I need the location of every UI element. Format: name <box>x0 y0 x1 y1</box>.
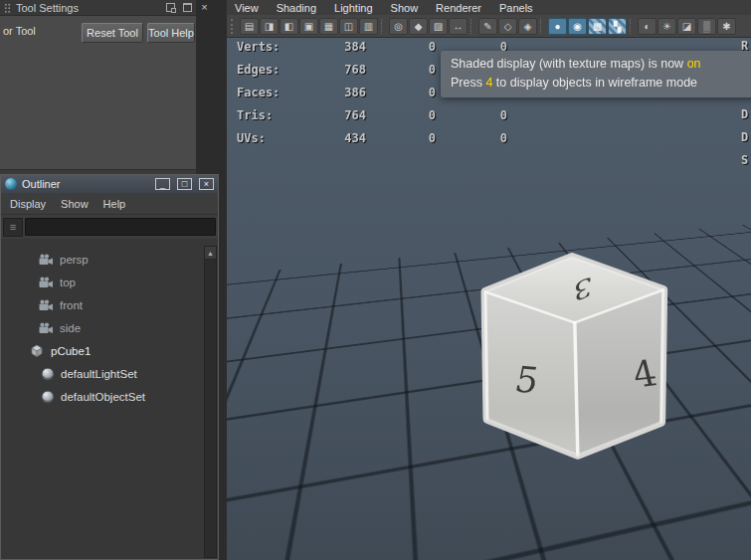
gate-mask-icon[interactable]: ▣ <box>299 18 318 35</box>
list-item-pcube1[interactable]: pCube1 <box>1 339 218 362</box>
hud-value: 0 <box>436 131 507 145</box>
viewport-menu-panels[interactable]: Panels <box>490 2 542 14</box>
viewport-panel: View Shading Lighting Show Renderer Pane… <box>227 0 751 560</box>
toolbar-separator <box>630 19 635 34</box>
smooth-shade-icon[interactable]: ● <box>548 18 567 35</box>
list-item-defaultlightset[interactable]: defaultLightSet <box>1 362 218 385</box>
safe-action-icon[interactable]: ◫ <box>339 18 358 35</box>
viewport-menubar: View Shading Lighting Show Renderer Pane… <box>227 0 751 15</box>
field-chart-icon[interactable]: ▦ <box>319 18 338 35</box>
minimize-icon[interactable]: _ <box>155 178 170 190</box>
wireframe-icon[interactable]: ◇ <box>498 18 517 35</box>
hud-value: 768 <box>300 63 366 77</box>
outliner-list: persp top front side pCube1 defaultLight… <box>1 239 218 408</box>
outliner-window: Outliner _ □ × Display Show Help ≡ persp… <box>0 174 219 560</box>
outliner-titlebar[interactable]: Outliner _ □ × <box>1 175 218 193</box>
outliner-menu-help[interactable]: Help <box>103 198 126 210</box>
set-icon <box>41 390 55 404</box>
cube-edge-highlight <box>661 290 663 423</box>
outliner-scrollbar[interactable]: ▲ <box>204 246 217 558</box>
toolbar-separator <box>540 19 545 34</box>
list-item-top[interactable]: top <box>1 271 218 293</box>
filter-icon[interactable]: ≡ <box>3 218 23 237</box>
hud-value: 0 <box>436 108 507 122</box>
viewport-menu-renderer[interactable]: Renderer <box>427 2 490 14</box>
mesh-icon <box>29 343 45 358</box>
viewport-menu-shading[interactable]: Shading <box>268 2 325 14</box>
pan-zoom-icon[interactable]: ↔ <box>449 18 468 35</box>
close-icon[interactable]: × <box>199 178 214 190</box>
search-input[interactable] <box>25 218 216 236</box>
list-item-defaultobjectset[interactable]: defaultObjectSet <box>1 385 218 408</box>
hud-label: Faces: <box>237 86 300 99</box>
viewport-menu-view[interactable]: View <box>235 2 268 14</box>
xray-icon[interactable]: ▒ <box>697 18 716 35</box>
undock-panel-icon-inner <box>171 8 176 13</box>
grease-pencil-icon[interactable]: ✎ <box>478 18 497 35</box>
close-panel-icon[interactable]: × <box>198 1 211 14</box>
undock-panel-icon[interactable] <box>166 3 175 12</box>
tool-settings-title: Tool Settings <box>16 2 158 14</box>
film-gate-icon[interactable]: ◨ <box>260 18 279 35</box>
viewport-menu-lighting[interactable]: Lighting <box>325 2 382 14</box>
hud-right-fragment: D <box>741 107 748 121</box>
tool-name-label: or Tool <box>3 25 36 37</box>
resolution-gate-icon[interactable]: ◧ <box>280 18 298 35</box>
outliner-title: Outliner <box>22 178 148 190</box>
set-icon <box>41 367 55 381</box>
list-item-label: pCube1 <box>51 345 91 357</box>
list-item-front[interactable]: front <box>1 293 218 316</box>
clapperboard-icon[interactable]: ▤ <box>240 18 259 35</box>
toolbar-separator <box>470 19 475 34</box>
tool-settings-body: or Tool Reset Tool Tool Help <box>0 16 196 50</box>
camera-icon <box>38 254 54 266</box>
safe-title-icon[interactable]: ▥ <box>359 18 378 35</box>
toolbar-separator <box>381 19 386 34</box>
viewport-toolbar: ▤ ◨ ◧ ▣ ▦ ◫ ▥ ◎ ◆ ▨ ↔ ✎ ◇ ◈ ● ◉ ▩ ▚ ◐ ☀ … <box>227 15 751 38</box>
viewport-menu-show[interactable]: Show <box>382 2 428 14</box>
default-material-icon[interactable]: ◉ <box>568 18 587 35</box>
tool-settings-panel: Tool Settings or Tool Reset Tool Tool He… <box>0 0 196 170</box>
outliner-search-row: ≡ <box>1 215 218 239</box>
outliner-menu-show[interactable]: Show <box>61 198 89 210</box>
flat-shade-icon[interactable]: ◈ <box>518 18 537 35</box>
lighting-icon[interactable]: ▚ <box>608 18 627 35</box>
hud-value: 0 <box>366 40 436 54</box>
camera-icon <box>38 277 54 288</box>
tooltip-text: to display objects in wireframe mode <box>492 76 697 90</box>
isolate-select-icon[interactable]: ◪ <box>677 18 696 35</box>
list-item-side[interactable]: side <box>1 316 218 339</box>
maximize-icon[interactable]: □ <box>177 178 192 190</box>
toolbar-grip-icon[interactable] <box>231 19 236 34</box>
outliner-menubar: Display Show Help <box>1 193 218 215</box>
hud-right-fragment: D <box>741 130 748 144</box>
hud-value: 0 <box>366 108 436 122</box>
textured-icon[interactable]: ▩ <box>588 18 607 35</box>
drag-grip-icon[interactable] <box>4 3 11 13</box>
camera-attributes-icon[interactable]: ◎ <box>389 18 408 35</box>
image-plane-icon[interactable]: ▨ <box>429 18 448 35</box>
hud-label: Edges: <box>237 63 300 77</box>
list-item-label: defaultLightSet <box>61 368 137 380</box>
hud-row-tris: Tris: 764 0 0 <box>237 103 507 126</box>
tooltip-text: Shaded display (with texture maps) is no… <box>451 57 687 71</box>
shadows-icon[interactable]: ◐ <box>638 18 657 35</box>
outliner-menu-display[interactable]: Display <box>10 198 46 210</box>
dock-panel-icon[interactable] <box>183 3 192 12</box>
exposure-icon[interactable]: ✱ <box>717 18 736 35</box>
scroll-up-icon[interactable]: ▲ <box>205 247 216 260</box>
status-tooltip: Shaded display (with texture maps) is no… <box>441 51 751 97</box>
reset-tool-button[interactable]: Reset Tool <box>82 23 143 43</box>
hud-value: 764 <box>300 108 366 122</box>
viewport-canvas[interactable]: 3 5 4 Verts: 384 0 0 Edges: 768 0 <box>227 38 751 560</box>
bookmark-icon[interactable]: ◆ <box>409 18 428 35</box>
hud-right-fragment: S <box>741 153 748 167</box>
hud-label: Tris: <box>237 108 300 122</box>
tool-settings-titlebar[interactable]: Tool Settings <box>0 0 196 16</box>
sun-icon[interactable]: ☀ <box>657 18 676 35</box>
hud-value: 434 <box>300 131 366 145</box>
list-item-persp[interactable]: persp <box>1 248 218 271</box>
list-item-label: defaultObjectSet <box>61 391 145 403</box>
tool-help-button[interactable]: Tool Help <box>147 23 195 43</box>
list-item-label: side <box>60 322 81 334</box>
